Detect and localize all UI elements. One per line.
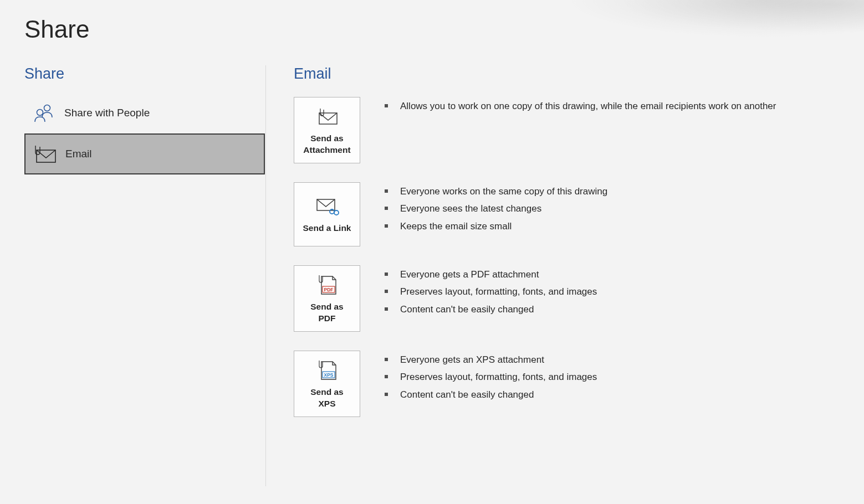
svg-point-1	[37, 110, 43, 116]
email-attachment-icon	[30, 145, 61, 163]
send-a-link-row: Send a Link Everyone works on the same c…	[294, 182, 842, 246]
send-as-xps-bullets: Everyone gets an XPS attachment Preserve…	[385, 351, 597, 405]
send-as-xps-row: XPS Send as XPS Everyone gets an XPS att…	[294, 351, 842, 417]
send-as-pdf-button[interactable]: PDF Send as PDF	[294, 265, 360, 332]
send-as-attachment-row: Send as Attachment Allows you to work on…	[294, 97, 842, 163]
send-as-pdf-bullets: Everyone gets a PDF attachment Preserves…	[385, 265, 597, 320]
bullet-item: Keeps the email size small	[385, 219, 607, 234]
bullet-item: Content can't be easily changed	[385, 388, 597, 402]
page-title: Share	[0, 0, 864, 43]
share-heading: Share	[24, 65, 265, 83]
bullet-item: Everyone sees the latest changes	[385, 202, 607, 216]
send-as-xps-label: Send as XPS	[310, 387, 343, 410]
email-option[interactable]: Email	[24, 133, 265, 174]
email-heading: Email	[294, 65, 842, 83]
svg-point-6	[334, 210, 339, 215]
envelope-link-icon	[314, 195, 340, 218]
send-a-link-bullets: Everyone works on the same copy of this …	[385, 182, 607, 237]
send-as-xps-button[interactable]: XPS Send as XPS	[294, 351, 360, 417]
pdf-file-icon: PDF	[315, 274, 339, 297]
bullet-item: Content can't be easily changed	[385, 302, 597, 317]
send-as-attachment-label: Send as Attachment	[303, 133, 350, 156]
send-as-attachment-button[interactable]: Send as Attachment	[294, 97, 360, 163]
bullet-item: Allows you to work on one copy of this d…	[385, 99, 776, 114]
send-as-pdf-row: PDF Send as PDF Everyone gets a PDF atta…	[294, 265, 842, 332]
email-right-panel: Email Send as Attachment Allows you to w…	[266, 65, 864, 486]
send-as-attachment-bullets: Allows you to work on one copy of this d…	[385, 97, 776, 117]
svg-point-5	[330, 209, 334, 214]
bullet-item: Everyone works on the same copy of this …	[385, 184, 607, 199]
email-option-label: Email	[65, 148, 92, 160]
bullet-item: Everyone gets an XPS attachment	[385, 353, 597, 367]
svg-text:PDF: PDF	[324, 287, 334, 292]
bullet-item: Everyone gets a PDF attachment	[385, 268, 597, 282]
send-a-link-label: Send a Link	[303, 223, 351, 234]
share-with-people-option[interactable]: Share with People	[24, 92, 265, 133]
bullet-item: Preserves layout, formatting, fonts, and…	[385, 285, 597, 299]
xps-file-icon: XPS	[315, 359, 339, 382]
svg-point-0	[44, 105, 50, 111]
envelope-attachment-icon	[315, 105, 339, 128]
send-a-link-button[interactable]: Send a Link	[294, 182, 360, 246]
share-left-panel: Share Share with People Email	[0, 65, 266, 486]
svg-text:XPS: XPS	[324, 372, 333, 378]
people-icon	[29, 103, 60, 123]
send-as-pdf-label: Send as PDF	[310, 301, 343, 325]
share-with-people-label: Share with People	[64, 107, 150, 119]
content-area: Share Share with People Email	[0, 65, 864, 486]
bullet-item: Preserves layout, formatting, fonts, and…	[385, 370, 597, 384]
